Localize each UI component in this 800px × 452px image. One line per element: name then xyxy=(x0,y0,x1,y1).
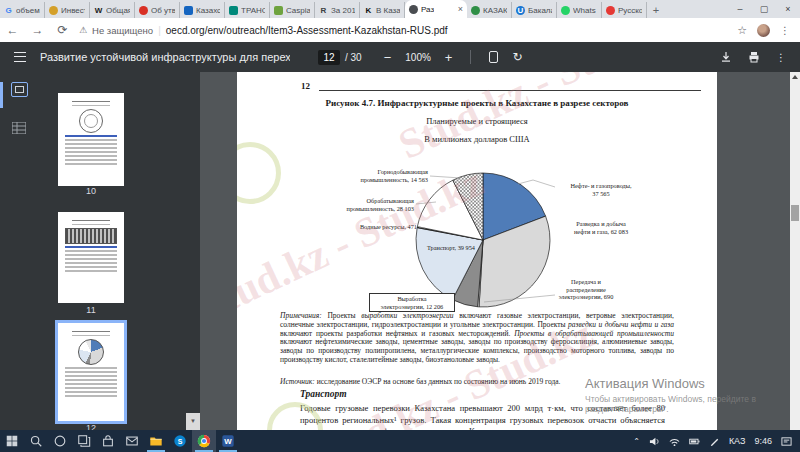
address-bar[interactable]: ⚠ Не защищено | oecd.org/env/outreach/It… xyxy=(79,25,448,36)
tab-active[interactable]: Раз× xyxy=(405,0,467,18)
tab[interactable]: Об утв xyxy=(135,2,180,18)
teal-doc-favicon-icon xyxy=(229,6,238,15)
scrollbar-up-arrow[interactable] xyxy=(792,75,798,79)
k-letter-favicon-icon: K xyxy=(364,6,373,15)
fit-page-icon[interactable] xyxy=(489,51,498,63)
thumbnail-page-number: 11 xyxy=(58,305,124,315)
zoom-in-button[interactable]: + xyxy=(445,50,453,65)
taskbar-task-view-icon[interactable] xyxy=(72,430,96,452)
scrollbar-thumb[interactable] xyxy=(791,205,799,221)
taskbar-store-icon[interactable] xyxy=(96,430,120,452)
page-thumbnail-10[interactable] xyxy=(58,93,124,186)
tab-title: Инвест xyxy=(61,6,85,15)
tab-title: Общая xyxy=(106,6,130,15)
page-number-input[interactable]: 12 xyxy=(318,50,340,65)
crescent-green-favicon-icon xyxy=(471,6,480,15)
wikipedia-favicon-icon: W xyxy=(94,6,103,15)
rotate-icon[interactable]: ↻ xyxy=(512,50,522,64)
tab-title: Русско xyxy=(618,6,642,15)
taskbar-start-icon[interactable] xyxy=(0,430,24,452)
minimize-button[interactable]: – xyxy=(728,0,752,18)
maximize-button[interactable]: ▢ xyxy=(752,0,776,18)
pdf-toolbar-right: ⋮ xyxy=(720,51,800,63)
reload-icon[interactable]: ⟳ xyxy=(50,23,75,37)
tray-chevron-icon[interactable]: ⌃ xyxy=(633,437,640,446)
tab[interactable]: ТРАНС xyxy=(225,2,270,18)
download-icon[interactable] xyxy=(720,51,732,63)
pie-label: Горнодобывающая промышленность, 14 563 xyxy=(321,168,428,183)
search-red-favicon-icon xyxy=(139,6,148,15)
taskbar-mail-icon[interactable] xyxy=(120,430,144,452)
tab-title: объем xyxy=(16,6,40,15)
tab[interactable]: Инвест xyxy=(45,2,90,18)
url-text: oecd.org/env/outreach/Item3-Assessment-K… xyxy=(166,25,448,36)
page-scrollbar[interactable] xyxy=(790,72,800,430)
taskbar-file-explorer-icon[interactable] xyxy=(144,430,168,452)
profile-avatar[interactable] xyxy=(757,24,770,37)
page-total-label: / 30 xyxy=(345,52,362,63)
pie-label: Водные ресурсы, 471 xyxy=(327,223,417,231)
tab-title: За 201 xyxy=(331,6,355,15)
tab-title: Бакала xyxy=(528,6,552,15)
tab-title: Казахст xyxy=(196,6,220,15)
battery-icon[interactable] xyxy=(689,436,700,447)
sidebar-scrollbar[interactable]: ▼ xyxy=(186,413,200,430)
back-icon[interactable]: ← xyxy=(0,23,25,37)
page-thumbnail-12[interactable] xyxy=(58,323,124,421)
tab[interactable]: Казахст xyxy=(180,2,225,18)
windows-taskbar: SW ⌃ КАЗ 9:46 xyxy=(0,430,800,452)
tab-title: Об утв xyxy=(151,6,175,15)
tab[interactable]: КАЗАК xyxy=(467,2,512,18)
browser-menu-icon[interactable]: ⋮ xyxy=(780,25,790,36)
taskbar-buttons: SW xyxy=(0,430,240,452)
forward-icon[interactable]: → xyxy=(25,23,50,37)
browser-toolbar: ← → ⟳ ⚠ Не защищено | oecd.org/env/outre… xyxy=(0,18,800,42)
taskbar-word-icon[interactable]: W xyxy=(216,430,240,452)
pdf-page-12: 12 Рисунок 4.7. Инфраструктурные проекты… xyxy=(237,72,717,430)
outline-view-icon[interactable] xyxy=(12,120,26,132)
system-tray: ⌃ КАЗ 9:46 xyxy=(633,436,800,447)
thumbnails-view-icon[interactable] xyxy=(11,82,28,97)
volume-icon[interactable] xyxy=(649,436,660,447)
tab[interactable]: Русско xyxy=(602,2,647,18)
new-tab-button[interactable]: + xyxy=(647,2,665,18)
window-controls: – ▢ × xyxy=(728,0,800,18)
taskbar-search-icon[interactable] xyxy=(24,430,48,452)
taskbar-chrome-icon[interactable] xyxy=(192,430,216,452)
notification-center-icon[interactable] xyxy=(781,436,792,447)
print-icon[interactable] xyxy=(748,51,760,63)
pen-icon[interactable] xyxy=(709,436,720,447)
tab[interactable]: KВ Каза xyxy=(360,2,405,18)
taskbar-skype-icon[interactable]: S xyxy=(168,430,192,452)
red-dot-favicon-icon xyxy=(606,6,615,15)
pie-label: Нефте- и газопроводы, 37 565 xyxy=(557,182,645,197)
tab-close-icon[interactable]: × xyxy=(458,5,463,14)
network-icon[interactable] xyxy=(669,436,680,447)
tab[interactable]: RЗа 201 xyxy=(315,2,360,18)
pie-label: Обрабатывающая промышленность, 28 103 xyxy=(307,197,414,212)
svg-text:W: W xyxy=(224,437,232,446)
tab[interactable]: WОбщая xyxy=(90,2,135,18)
pie-label: Разведка и добыча нефти и газа, 62 083 xyxy=(555,220,647,235)
pdf-sidebar: 101112 ▼ xyxy=(0,72,200,430)
pdf-menu-button[interactable] xyxy=(0,52,40,62)
security-label: Не защищено xyxy=(92,25,153,36)
language-indicator[interactable]: КАЗ xyxy=(729,436,746,446)
r-letter-favicon-icon: R xyxy=(319,6,328,15)
pie-label: Передача и распределение электроэнергии,… xyxy=(540,278,632,301)
tab[interactable]: Gобъем xyxy=(0,2,45,18)
clock[interactable]: 9:46 xyxy=(754,436,772,446)
close-button[interactable]: × xyxy=(776,0,800,18)
page-thumbnail-11[interactable] xyxy=(58,212,124,303)
tab[interactable]: UБакала xyxy=(512,2,557,18)
bookmark-star-icon[interactable]: ☆ xyxy=(737,24,747,37)
security-warning-icon: ⚠ xyxy=(79,25,87,35)
taskbar-cortana-icon[interactable] xyxy=(48,430,72,452)
tab[interactable]: Whats xyxy=(557,2,602,18)
pdf-menu-dots-icon[interactable]: ⋮ xyxy=(776,52,786,63)
zoom-level: 100% xyxy=(405,52,431,63)
zoom-out-button[interactable]: − xyxy=(384,50,392,65)
tab-title: Caspian xyxy=(286,6,310,15)
thumbnail-page-number: 12 xyxy=(58,423,124,430)
tab[interactable]: Caspian xyxy=(270,2,315,18)
